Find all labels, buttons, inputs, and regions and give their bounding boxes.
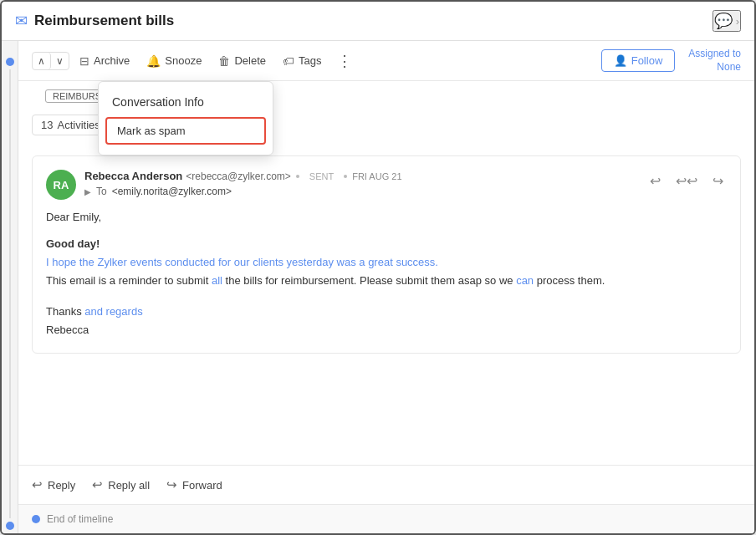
email-header-left: RA Rebecca Anderson <rebecca@zylker.com>… <box>46 170 402 200</box>
delete-button[interactable]: 🗑 Delete <box>212 51 273 71</box>
reply-all-icon: ↩↩ <box>676 174 697 188</box>
to-email: <emily.norita@zylker.com> <box>112 186 232 197</box>
avatar: RA <box>46 170 76 200</box>
forward-bottom-icon: ↪ <box>166 477 177 492</box>
tags-label: Tags <box>299 54 321 67</box>
body-sign: Rebecca <box>46 321 727 339</box>
timeline-dot-top <box>6 58 14 66</box>
more-icon: ⋮ <box>337 53 352 69</box>
nav-down-button[interactable]: ∨ <box>51 53 69 69</box>
dot-separator <box>296 175 299 178</box>
snooze-button[interactable]: 🔔 Snooze <box>140 51 208 71</box>
bottom-toolbar: ↩ Reply ↩ Reply all ↪ Forward <box>18 465 754 504</box>
body-line-1: I hope the Zylker events conducted for o… <box>46 253 727 272</box>
email-header: ✉ Reimbursement bills 💬 › <box>2 2 754 41</box>
body-link-1: I hope the Zylker events conducted for o… <box>46 256 438 268</box>
sender-name: Rebecca Anderson <box>84 170 182 182</box>
toolbar-wrapper: ∧ ∨ ⊟ Archive 🔔 Snooze <box>18 41 754 81</box>
body-line-2: This email is a reminder to submit all t… <box>46 272 727 290</box>
chat-button[interactable]: 💬 › <box>713 10 741 32</box>
email-meta-row: ▶ To <emily.norita@zylker.com> <box>84 186 402 197</box>
archive-label: Archive <box>94 54 130 67</box>
reply-button[interactable]: ↩ Reply <box>32 474 75 496</box>
snooze-icon: 🔔 <box>146 54 161 68</box>
timeline-end-dot <box>32 515 40 523</box>
up-arrow-icon: ∧ <box>38 55 45 67</box>
archive-icon: ⊟ <box>79 54 89 68</box>
timeline-line <box>9 69 11 518</box>
body-link-regards: and regards <box>84 305 142 318</box>
follow-icon: 👤 <box>614 54 627 67</box>
assigned-to-section: Assigned to None <box>688 48 741 74</box>
down-arrow-icon: ∨ <box>56 55 64 67</box>
delete-label: Delete <box>234 54 266 67</box>
timeline-end: End of timeline <box>18 504 754 533</box>
main-content: RA Rebecca Anderson <rebecca@zylker.com>… <box>18 142 754 465</box>
content-area: ∧ ∨ ⊟ Archive 🔔 Snooze <box>18 41 754 533</box>
email-icon: ✉ <box>15 12 28 30</box>
forward-icon: ↪ <box>713 174 723 188</box>
follow-label: Follow <box>631 54 663 67</box>
reply-all-bottom-icon: ↩ <box>92 477 103 492</box>
forward-button[interactable]: ↪ Forward <box>166 474 222 496</box>
follow-button[interactable]: 👤 Follow <box>601 49 676 72</box>
tags-button[interactable]: 🏷 Tags <box>276 51 328 71</box>
reply-all-button[interactable]: ↩ Reply all <box>92 474 150 496</box>
sent-date: FRI AUG 21 <box>352 171 401 181</box>
archive-button[interactable]: ⊟ Archive <box>73 51 136 71</box>
forward-icon-button[interactable]: ↪ <box>709 170 727 192</box>
timeline-end-label: End of timeline <box>47 513 113 525</box>
to-label: To <box>96 186 107 197</box>
email-card-header: RA Rebecca Anderson <rebecca@zylker.com>… <box>46 170 727 200</box>
nav-btn-group: ∧ ∨ <box>32 52 69 70</box>
toolbar: ∧ ∨ ⊟ Archive 🔔 Snooze <box>18 41 754 81</box>
email-actions: ↩ ↩↩ ↪ <box>646 170 727 192</box>
email-body: Dear Emily, Good day! I hope the Zylker … <box>46 208 727 339</box>
mark-as-spam-button[interactable]: Mark as spam <box>105 117 266 145</box>
sender-info: Rebecca Anderson <rebecca@zylker.com> SE… <box>84 170 402 197</box>
activities-label: Activities <box>57 119 100 131</box>
reply-all-icon-button[interactable]: ↩↩ <box>672 170 701 192</box>
toolbar-right: 👤 Follow Assigned to None <box>601 48 741 74</box>
page-title: Reimbursement bills <box>34 13 174 29</box>
body-link-all: all <box>212 274 222 287</box>
page-wrapper: ∧ ∨ ⊟ Archive 🔔 Snooze <box>2 41 754 533</box>
reply-bottom-icon: ↩ <box>32 477 43 492</box>
dropdown-title: Conversation Info <box>99 89 273 114</box>
snooze-label: Snooze <box>165 54 202 67</box>
toolbar-left: ∧ ∨ ⊟ Archive 🔔 Snooze <box>32 48 598 74</box>
timeline-dot-bottom <box>6 522 14 530</box>
chat-icon: 💬 <box>714 12 733 30</box>
sent-label: SENT <box>309 171 334 181</box>
reply-icon: ↩ <box>650 174 661 188</box>
nav-up-button[interactable]: ∧ <box>33 53 51 69</box>
sender-line: Rebecca Anderson <rebecca@zylker.com> SE… <box>84 170 402 182</box>
email-card: RA Rebecca Anderson <rebecca@zylker.com>… <box>32 155 741 354</box>
sender-email: <rebecca@zylker.com> <box>186 171 291 182</box>
delete-icon: 🗑 <box>218 54 230 68</box>
body-greeting: Good day! <box>46 235 727 253</box>
forward-bottom-label: Forward <box>182 479 222 492</box>
reply-bottom-label: Reply <box>48 479 75 492</box>
header-right: 💬 › <box>713 10 741 32</box>
dot-separator-2 <box>344 175 347 178</box>
reply-all-bottom-label: Reply all <box>108 479 150 492</box>
left-sidebar <box>2 41 18 533</box>
body-salutation: Dear Emily, <box>46 208 727 227</box>
more-button[interactable]: ⋮ <box>332 48 357 74</box>
body-link-can: can <box>516 274 534 287</box>
activities-count: 13 <box>41 119 53 131</box>
dropdown-overlay: Conversation Info Mark as spam <box>98 81 273 155</box>
expand-icon[interactable]: ▶ <box>84 187 91 196</box>
tags-icon: 🏷 <box>283 54 294 68</box>
assigned-to-value: None <box>688 61 741 74</box>
body-regards: Thanks and regards <box>46 303 727 321</box>
header-left: ✉ Reimbursement bills <box>15 12 713 30</box>
assigned-to-label: Assigned to <box>688 48 741 61</box>
reply-icon-button[interactable]: ↩ <box>646 170 664 192</box>
chevron-icon: › <box>736 15 739 28</box>
